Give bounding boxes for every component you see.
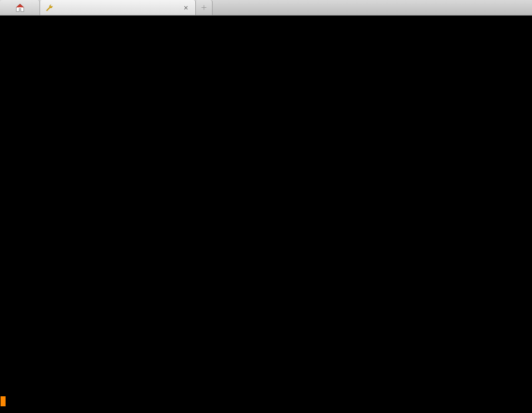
wrench-icon [46, 4, 53, 12]
home-icon [15, 3, 25, 13]
new-tab-button[interactable] [196, 0, 213, 15]
plus-icon [200, 4, 208, 11]
terminal-output[interactable] [0, 16, 532, 413]
tab-bar: × [0, 0, 532, 16]
terminal-cursor [1, 396, 6, 406]
home-tab[interactable] [0, 0, 40, 15]
close-icon[interactable]: × [182, 4, 190, 12]
tab-terminal[interactable]: × [40, 0, 196, 15]
